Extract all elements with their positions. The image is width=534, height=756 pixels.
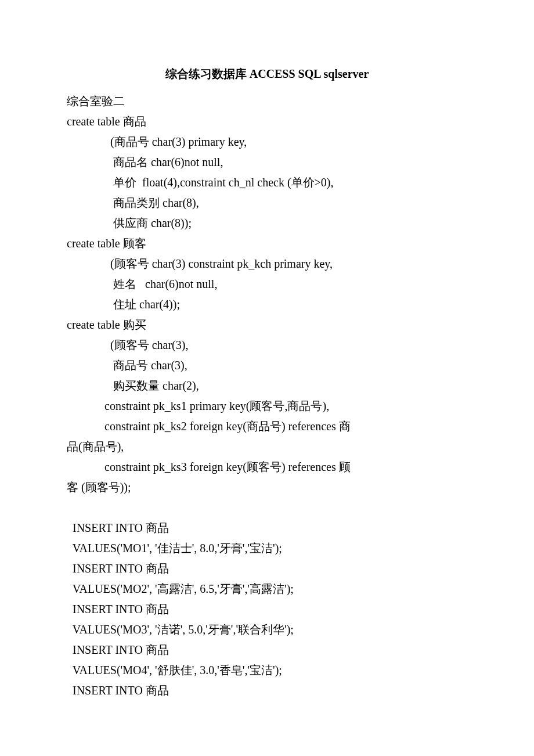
code-line: 商品类别 char(8), <box>67 193 467 213</box>
code-line: 姓名 char(6)not null, <box>67 274 467 294</box>
code-line: 住址 char(4)); <box>67 294 467 315</box>
document-body: 综合室验二create table 商品 (商品号 char(3) primar… <box>67 91 467 701</box>
document-page: 综合练习数据库 ACCESS SQL sqlserver 综合室验二create… <box>0 0 534 756</box>
code-line: create table 购买 <box>67 315 467 335</box>
code-line: 单价 float(4),constraint ch_nl check (单价>0… <box>67 172 467 193</box>
document-title: 综合练习数据库 ACCESS SQL sqlserver <box>67 64 467 84</box>
code-line: constraint pk_ks2 foreign key(商品号) refer… <box>67 416 467 437</box>
code-line: 品(商品号), <box>67 437 467 457</box>
code-line: 购买数量 char(2), <box>67 376 467 396</box>
code-line: VALUES('MO2', '高露洁', 6.5,'牙膏','高露洁'); <box>67 579 467 599</box>
code-line: INSERT INTO 商品 <box>67 599 467 620</box>
code-line: VALUES('MO1', '佳洁士', 8.0,'牙膏','宝洁'); <box>67 538 467 559</box>
code-line: (顾客号 char(3), <box>67 335 467 355</box>
code-line: create table 商品 <box>67 111 467 132</box>
code-line: INSERT INTO 商品 <box>67 640 467 660</box>
code-line: constraint pk_ks3 foreign key(顾客号) refer… <box>67 457 467 477</box>
code-line: (顾客号 char(3) constraint pk_kch primary k… <box>67 254 467 274</box>
code-line: 供应商 char(8)); <box>67 213 467 233</box>
code-line: constraint pk_ks1 primary key(顾客号,商品号), <box>67 396 467 416</box>
code-line: (商品号 char(3) primary key, <box>67 132 467 152</box>
code-line: VALUES('MO4', '舒肤佳', 3.0,'香皂','宝洁'); <box>67 660 467 681</box>
code-line: 综合室验二 <box>67 91 467 111</box>
code-line: 商品号 char(3), <box>67 355 467 376</box>
code-line: create table 顾客 <box>67 233 467 254</box>
code-line: VALUES('MO3', '洁诺', 5.0,'牙膏','联合利华'); <box>67 620 467 640</box>
code-line: 商品名 char(6)not null, <box>67 152 467 172</box>
code-line: INSERT INTO 商品 <box>67 559 467 579</box>
code-line: INSERT INTO 商品 <box>67 518 467 538</box>
code-line <box>67 498 467 518</box>
code-line: INSERT INTO 商品 <box>67 681 467 701</box>
code-line: 客 (顾客号)); <box>67 477 467 498</box>
